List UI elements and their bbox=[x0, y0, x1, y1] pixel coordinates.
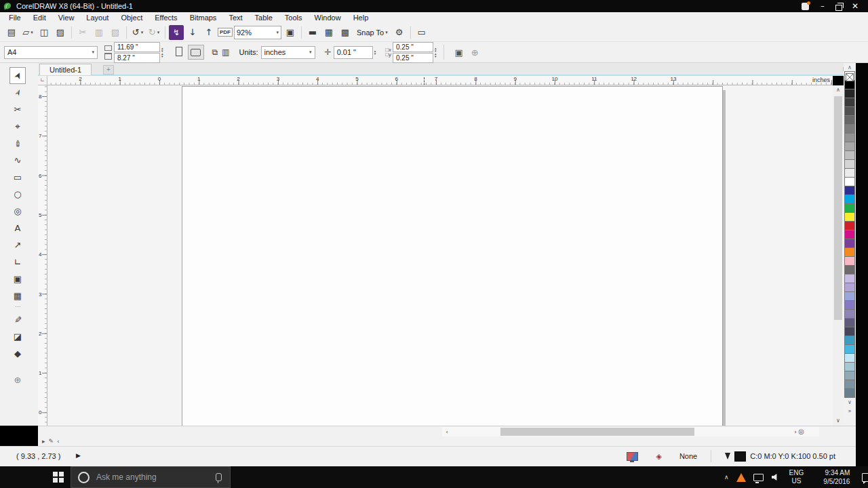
palette-swatch[interactable] bbox=[844, 150, 855, 160]
start-button[interactable] bbox=[53, 472, 64, 483]
menu-table[interactable]: Table bbox=[249, 12, 279, 23]
palette-swatch[interactable] bbox=[844, 89, 855, 98]
palette-swatch[interactable] bbox=[844, 106, 855, 116]
palette-swatch[interactable] bbox=[844, 168, 855, 178]
palette-swatch[interactable] bbox=[844, 256, 855, 266]
document-tab[interactable]: Untitled-1 bbox=[39, 64, 92, 75]
volume-icon[interactable] bbox=[772, 474, 780, 481]
zoom-tool[interactable]: ⌖ bbox=[9, 118, 26, 135]
palette-swatch[interactable] bbox=[844, 203, 855, 213]
palette-swatch[interactable] bbox=[844, 309, 855, 319]
palette-swatch[interactable] bbox=[844, 230, 855, 239]
no-color-swatch[interactable] bbox=[62, 437, 72, 446]
horizontal-scroll-thumb[interactable] bbox=[500, 428, 694, 436]
color-eyedropper-tool[interactable]: ✎ bbox=[9, 311, 26, 328]
display-icon[interactable] bbox=[753, 474, 764, 481]
dimension-tool[interactable]: ↗ bbox=[9, 237, 26, 253]
nudge-spinner[interactable]: ▴▾ bbox=[374, 49, 376, 55]
language-indicator[interactable]: ENG US bbox=[789, 469, 804, 485]
quick-customize-button[interactable]: ⊕ bbox=[9, 371, 26, 388]
save-icon[interactable]: ◫ bbox=[37, 25, 52, 40]
palette-swatch[interactable] bbox=[844, 274, 855, 283]
polygon-tool[interactable]: ◎ bbox=[9, 203, 26, 220]
pick-tool[interactable]: ➤ bbox=[9, 67, 26, 84]
palette-swatch[interactable] bbox=[844, 115, 855, 125]
menu-layout[interactable]: Layout bbox=[80, 12, 115, 23]
palette-swatch[interactable] bbox=[844, 159, 855, 169]
transparency-tool[interactable]: ▦ bbox=[9, 287, 26, 304]
action-center-icon[interactable] bbox=[862, 473, 868, 482]
sign-in-icon[interactable] bbox=[799, 1, 811, 12]
rectangle-tool[interactable]: ▭ bbox=[9, 169, 26, 186]
palette-swatch[interactable] bbox=[844, 212, 855, 222]
nudge-field[interactable]: 0.01 " bbox=[334, 46, 373, 59]
menu-bitmaps[interactable]: Bitmaps bbox=[184, 12, 223, 23]
menu-text[interactable]: Text bbox=[222, 12, 248, 23]
zoom-level-combo[interactable]: 92%▾ bbox=[234, 26, 281, 39]
horizontal-scrollbar[interactable]: ‹ › ◎ bbox=[442, 427, 819, 436]
menu-help[interactable]: Help bbox=[347, 12, 375, 23]
scroll-left-icon[interactable]: ‹ bbox=[442, 427, 452, 436]
drop-shadow-tool[interactable]: ▣ bbox=[9, 270, 26, 287]
menu-effects[interactable]: Effects bbox=[149, 12, 183, 23]
palette-swatch[interactable] bbox=[844, 133, 855, 142]
scroll-down-icon[interactable]: ∨ bbox=[833, 416, 844, 426]
page-size-combo[interactable]: A4 ▾ bbox=[4, 46, 98, 59]
palette-swatch[interactable] bbox=[844, 344, 855, 354]
menu-view[interactable]: View bbox=[52, 12, 81, 23]
palette-swatch[interactable] bbox=[844, 247, 855, 257]
menu-file[interactable]: File bbox=[3, 12, 27, 23]
vlc-icon[interactable] bbox=[736, 473, 746, 482]
palette-swatch[interactable] bbox=[844, 239, 855, 248]
scroll-up-icon[interactable]: ∧ bbox=[833, 85, 844, 95]
new-document-icon[interactable]: ▤ bbox=[4, 25, 19, 40]
page-height-field[interactable]: 8.27 " bbox=[114, 53, 160, 63]
vertical-scrollbar[interactable]: ∧ ∨ bbox=[833, 85, 844, 426]
all-pages-icon[interactable]: ⧉ bbox=[212, 47, 218, 57]
navigator-magnifier-icon[interactable]: ◎ bbox=[798, 428, 804, 435]
cortana-search[interactable]: Ask me anything bbox=[71, 466, 231, 488]
palette-swatch[interactable] bbox=[844, 371, 855, 380]
application-launcher-icon[interactable]: ▭ bbox=[414, 25, 429, 40]
palette-swatch[interactable] bbox=[844, 300, 855, 310]
options-gear-icon[interactable]: ⚙ bbox=[392, 25, 407, 40]
palette-swatch[interactable] bbox=[844, 283, 855, 292]
palette-swatch[interactable] bbox=[844, 124, 855, 134]
palette-swatch[interactable] bbox=[844, 195, 855, 204]
microphone-icon[interactable] bbox=[216, 473, 222, 481]
crop-tool[interactable]: ✂ bbox=[9, 101, 26, 118]
landscape-button[interactable] bbox=[188, 45, 204, 60]
vertical-ruler[interactable]: 876543210 bbox=[38, 85, 47, 426]
status-flyout-icon[interactable]: ▶ bbox=[76, 452, 81, 459]
search-content-icon[interactable]: ↯ bbox=[169, 25, 184, 40]
import-icon[interactable]: ↓ bbox=[185, 25, 200, 40]
palette-swatch[interactable] bbox=[844, 362, 855, 371]
vertical-scroll-thumb[interactable] bbox=[834, 96, 842, 320]
restore-button[interactable] bbox=[833, 1, 845, 12]
palette-scroll-down-icon[interactable]: ∨ bbox=[844, 398, 856, 407]
palette-expand-icon[interactable]: » bbox=[844, 407, 856, 415]
text-tool[interactable]: A bbox=[9, 220, 26, 237]
units-combo[interactable]: inches ▾ bbox=[261, 46, 315, 59]
show-guidelines-icon[interactable]: ▩ bbox=[338, 25, 353, 40]
interactive-fill-tool[interactable]: ◪ bbox=[9, 328, 26, 345]
show-rulers-icon[interactable]: ▬ bbox=[305, 25, 320, 40]
new-tab-button[interactable]: + bbox=[103, 65, 114, 75]
horizontal-ruler[interactable]: inches 321012345678910111213 bbox=[47, 76, 833, 85]
palette-scroll-left-icon[interactable]: ‹ bbox=[57, 438, 60, 445]
palette-swatch[interactable] bbox=[844, 142, 855, 151]
palette-swatch[interactable] bbox=[844, 98, 855, 107]
palette-swatch[interactable] bbox=[844, 380, 855, 389]
palette-swatch[interactable] bbox=[844, 327, 855, 336]
palette-swatch[interactable] bbox=[844, 177, 855, 186]
show-grid-icon[interactable]: ▦ bbox=[321, 25, 336, 40]
smart-fill-tool[interactable]: ◆ bbox=[9, 345, 26, 362]
palette-swatch[interactable] bbox=[844, 291, 855, 301]
menu-object[interactable]: Object bbox=[115, 12, 149, 23]
palette-no-color-swatch[interactable] bbox=[844, 71, 855, 81]
ruler-origin-button[interactable]: ∟ bbox=[38, 76, 47, 85]
duplicate-x-field[interactable]: 0.25 " bbox=[393, 42, 433, 52]
full-screen-preview-icon[interactable]: ▣ bbox=[283, 25, 298, 40]
menu-edit[interactable]: Edit bbox=[27, 12, 52, 23]
menu-window[interactable]: Window bbox=[309, 12, 347, 23]
